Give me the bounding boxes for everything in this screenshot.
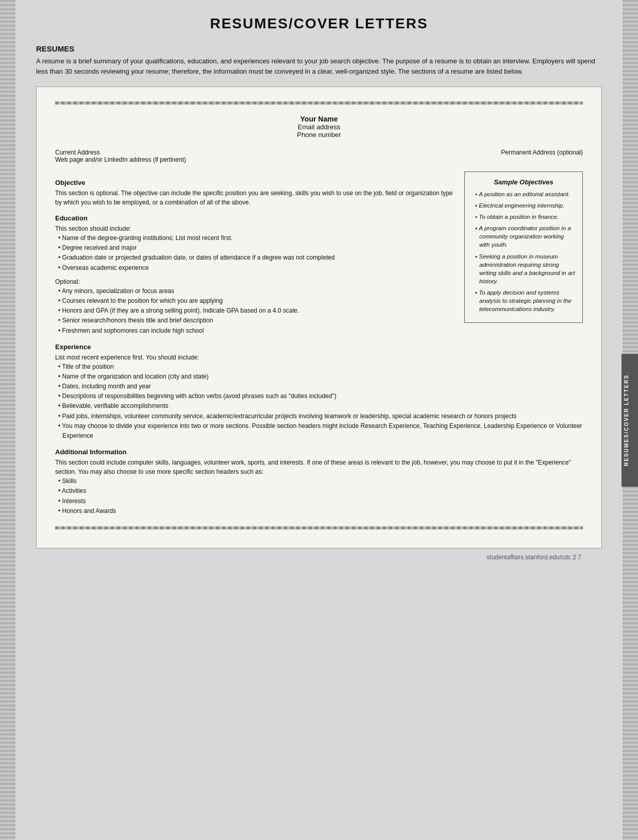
doc-header: Your Name Email address Phone number: [55, 115, 583, 139]
experience-label: Experience: [55, 343, 583, 351]
education-item: Name of the degree-granting institutions…: [55, 233, 454, 243]
experience-item: Dates, including month and year: [55, 382, 583, 391]
additional-item: Interests: [55, 496, 583, 506]
your-name-label: Your Name: [55, 115, 583, 123]
right-decorative-border: RESUMES/COVER LETTERS: [623, 0, 638, 840]
experience-intro: List most recent experience first. You s…: [55, 353, 583, 362]
intro-text: A resume is a brief summary of your qual…: [36, 56, 602, 76]
doc-bottom-border: [55, 526, 583, 529]
additional-label: Additional Information: [55, 448, 583, 456]
document-box: Your Name Email address Phone number Cur…: [36, 87, 602, 548]
experience-list: Title of the position Name of the organi…: [55, 362, 583, 441]
optional-item: Courses relevant to the position for whi…: [55, 296, 454, 306]
education-item: Overseas academic experience: [55, 263, 454, 273]
email-label: Email address: [55, 123, 583, 131]
optional-item: Freshmen and sophomores can include high…: [55, 326, 454, 336]
address-left: Current Address Web page and/or LinkedIn…: [55, 149, 186, 163]
education-intro: This section should include:: [55, 224, 454, 233]
education-item: Degree received and major: [55, 243, 454, 253]
phone-label: Phone number: [55, 131, 583, 139]
optional-item: Any minors, specialization or focus area…: [55, 286, 454, 296]
education-label: Education: [55, 214, 454, 222]
sample-objectives-list: A position as an editorial assistant. El…: [472, 190, 575, 313]
optional-item: Senior research/honors thesis title and …: [55, 316, 454, 325]
optional-list: Any minors, specialization or focus area…: [55, 286, 454, 336]
address-row: Current Address Web page and/or LinkedIn…: [55, 149, 583, 163]
sample-obj-item: A position as an editorial assistant.: [472, 190, 575, 198]
education-list: Name of the degree-granting institutions…: [55, 233, 454, 273]
additional-section: Additional Information This section coul…: [55, 448, 583, 516]
sample-objectives-column: Sample Objectives A position as an edito…: [464, 172, 583, 336]
sample-obj-item: A program coordinator position in a comm…: [472, 224, 575, 249]
additional-text: This section could include computer skil…: [55, 458, 583, 476]
sample-obj-item: To apply decision and systems analysis t…: [472, 288, 575, 313]
sample-objectives-title: Sample Objectives: [472, 178, 575, 186]
education-section: Education This section should include: N…: [55, 214, 454, 336]
experience-item: Believable, verifiable accomplishments: [55, 401, 583, 411]
page-title: RESUMES/COVER LETTERS: [36, 15, 602, 32]
footer: studentaffairs.stanford.edu/cdc 2 7: [36, 554, 602, 561]
optional-item: Honors and GPA (if they are a strong sel…: [55, 306, 454, 316]
web-page: Web page and/or LinkedIn address (if per…: [55, 156, 186, 163]
experience-item: Paid jobs, internships, volunteer commun…: [55, 412, 583, 421]
objective-left: Objective This section is optional. The …: [55, 172, 454, 336]
resumes-heading: RESUMES: [36, 44, 602, 53]
education-item: Graduation date or projected graduation …: [55, 253, 454, 263]
doc-top-border: [55, 101, 583, 105]
vertical-tab: RESUMES/COVER LETTERS: [622, 353, 638, 486]
left-decorative-border: [0, 0, 15, 840]
additional-item: Skills: [55, 476, 583, 486]
sample-obj-item: To obtain a position in finance.: [472, 213, 575, 221]
sample-obj-item: Seeking a position in museum administrat…: [472, 252, 575, 285]
objective-text: This section is optional. The objective …: [55, 188, 454, 207]
experience-item: You may choose to divide your experience…: [55, 421, 583, 441]
permanent-address: Permanent Address (optional): [501, 149, 583, 163]
sample-obj-item: Electrical engineering internship.: [472, 201, 575, 210]
sample-objectives-box: Sample Objectives A position as an edito…: [464, 172, 583, 323]
additional-item: Activities: [55, 486, 583, 496]
additional-item: Honors and Awards: [55, 506, 583, 516]
experience-item: Title of the position: [55, 362, 583, 372]
objective-section: Objective This section is optional. The …: [55, 172, 583, 336]
experience-item: Name of the organization and location (c…: [55, 372, 583, 382]
optional-label: Optional:: [55, 277, 454, 286]
experience-section: Experience List most recent experience f…: [55, 343, 583, 441]
current-address: Current Address: [55, 149, 186, 156]
experience-item: Descriptions of responsibilities beginni…: [55, 391, 583, 401]
objective-label: Objective: [55, 179, 454, 186]
additional-list: Skills Activities Interests Honors and A…: [55, 476, 583, 516]
